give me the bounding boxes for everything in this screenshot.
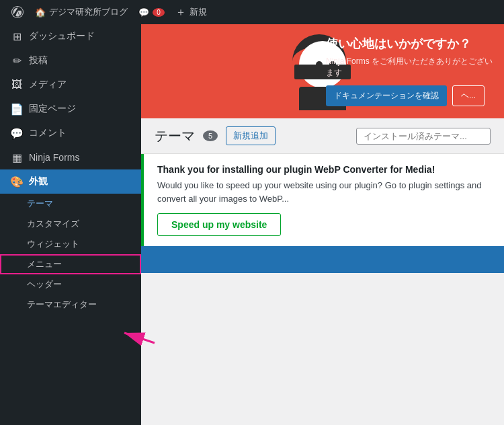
sidebar-item-posts[interactable]: ✏ 投稿 <box>0 48 141 73</box>
admin-bar: 🏠 デジマ研究所ブログ 💬 0 ＋ 新規 <box>0 0 504 24</box>
doc-button[interactable]: ドキュメンテーションを確認 <box>326 85 447 106</box>
submenu-customize[interactable]: カスタマイズ <box>0 214 141 234</box>
submenu-header-label: ヘッダー <box>27 279 62 289</box>
speed-up-button[interactable]: Speed up my website <box>157 213 281 236</box>
sidebar-media-label: メディア <box>29 79 67 91</box>
submenu-header[interactable]: ヘッダー <box>0 274 141 295</box>
dashboard-icon: ⊞ <box>10 30 24 43</box>
submenu-widgets-label: ウィジェット <box>27 239 79 249</box>
add-new-theme-button[interactable]: 新規追加 <box>226 126 276 145</box>
wp-logo-item[interactable] <box>5 0 30 24</box>
main-layout: ⊞ ダッシュボード ✏ 投稿 🖼 メディア 📄 固定ページ 💬 コメント ▦ N… <box>0 24 504 425</box>
comment-count: 0 <box>153 8 165 17</box>
home-icon: 🏠 <box>35 7 46 17</box>
banner-subtitle: Ninja Forms をご利用いただきありがとございます <box>326 56 494 79</box>
theme-count-badge: 5 <box>203 130 218 141</box>
sidebar-item-media[interactable]: 🖼 メディア <box>0 73 141 97</box>
sidebar-item-dashboard[interactable]: ⊞ ダッシュボード <box>0 24 141 48</box>
media-icon: 🖼 <box>10 78 24 91</box>
banner-text: 使い心地はいかがですか？ Ninja Forms をご利用いただきありがとござい… <box>316 24 504 118</box>
ninja-forms-icon: ▦ <box>10 151 24 164</box>
sidebar: ⊞ ダッシュボード ✏ 投稿 🖼 メディア 📄 固定ページ 💬 コメント ▦ N… <box>0 24 141 425</box>
sidebar-item-comments[interactable]: 💬 コメント <box>0 121 141 145</box>
plugin-notice-title: Thank you for installing our plugin WebP… <box>157 164 491 175</box>
comment-icon: 💬 <box>138 7 149 17</box>
comments-sidebar-icon: 💬 <box>10 126 24 140</box>
plugin-notice: Thank you for installing our plugin WebP… <box>141 154 504 246</box>
theme-title: テーマ <box>155 127 195 145</box>
submenu-widgets[interactable]: ウィジェット <box>0 234 141 254</box>
help-button[interactable]: ヘ... <box>452 85 485 106</box>
banner-title: 使い心地はいかがですか？ <box>326 36 494 52</box>
sidebar-comments-label: コメント <box>29 127 67 139</box>
sidebar-ninja-forms-label: Ninja Forms <box>29 152 79 163</box>
submenu-theme-editor[interactable]: テーマエディター <box>0 295 141 315</box>
appearance-submenu: テーマ カスタマイズ ウィジェット メニュー ヘッダー テーマエディター <box>0 194 141 315</box>
submenu-menus-label: メニュー <box>27 259 62 269</box>
sidebar-item-appearance[interactable]: 🎨 外観 <box>0 169 141 194</box>
submenu-themes-label: テーマ <box>27 198 53 208</box>
site-name-item[interactable]: 🏠 デジマ研究所ブログ <box>30 0 133 24</box>
sidebar-item-ninja-forms[interactable]: ▦ Ninja Forms <box>0 145 141 169</box>
content-area: 使い心地はいかがですか？ Ninja Forms をご利用いただきありがとござい… <box>141 24 504 425</box>
sidebar-posts-label: 投稿 <box>29 54 48 67</box>
wp-logo-icon <box>11 5 24 19</box>
submenu-themes[interactable]: テーマ <box>0 194 141 214</box>
theme-header: テーマ 5 新規追加 <box>141 118 504 154</box>
new-item[interactable]: ＋ 新規 <box>170 0 212 24</box>
banner-buttons: ドキュメンテーションを確認 ヘ... <box>326 85 494 106</box>
comments-item[interactable]: 💬 0 <box>133 0 170 24</box>
ninja-forms-banner: 使い心地はいかがですか？ Ninja Forms をご利用いただきありがとござい… <box>141 24 504 118</box>
appearance-icon: 🎨 <box>10 175 24 188</box>
sidebar-dashboard-label: ダッシュボード <box>29 30 95 42</box>
pages-icon: 📄 <box>10 102 24 116</box>
sidebar-appearance-label: 外観 <box>29 176 48 188</box>
new-label: 新規 <box>190 6 207 18</box>
blue-bottom-section <box>141 246 504 273</box>
posts-icon: ✏ <box>10 54 24 67</box>
plugin-notice-text: Would you like to speed up your website … <box>157 179 491 205</box>
submenu-customize-label: カスタマイズ <box>27 219 79 229</box>
sidebar-pages-label: 固定ページ <box>29 103 76 115</box>
submenu-theme-editor-label: テーマエディター <box>27 299 97 309</box>
site-name: デジマ研究所ブログ <box>49 6 128 18</box>
search-themes-input[interactable] <box>356 128 491 145</box>
sidebar-item-pages[interactable]: 📄 固定ページ <box>0 97 141 121</box>
plus-icon: ＋ <box>175 5 186 20</box>
submenu-menus[interactable]: メニュー <box>0 254 141 274</box>
